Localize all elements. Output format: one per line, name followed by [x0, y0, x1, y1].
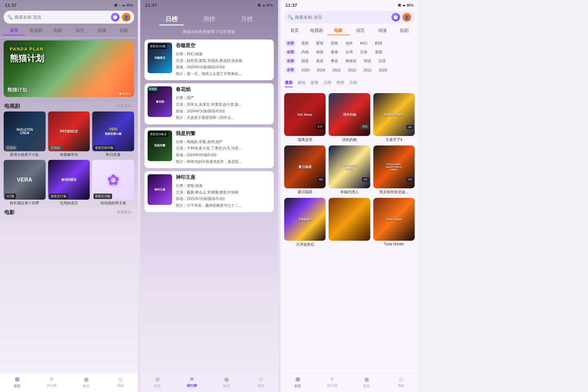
- nav-anime[interactable]: 动漫: [91, 27, 113, 35]
- r-bottom-home[interactable]: ⊕ 首页: [140, 375, 175, 388]
- m-bottom-home[interactable]: ⊕ 首页: [281, 375, 315, 388]
- show-name: 星球大战骨干小队: [4, 152, 46, 157]
- tab-daily[interactable]: 日榜: [159, 14, 184, 25]
- show-card-skeleton-crew[interactable]: SKELETONCREW 已完结 星球大战骨干小队: [4, 111, 46, 157]
- filter-year-2020[interactable]: 2020: [377, 67, 390, 73]
- bottom-nav-tree[interactable]: ◉ 树洞: [69, 375, 104, 388]
- nav-tv[interactable]: 电视剧: [25, 27, 47, 35]
- filter-region-tw[interactable]: 台湾: [343, 49, 355, 56]
- filter-year-all[interactable]: 全部: [284, 66, 296, 74]
- filter-region-us[interactable]: 美国: [372, 49, 385, 56]
- tv-section-more[interactable]: 查看更多 ›: [117, 104, 134, 109]
- filter-lang-korean[interactable]: 韩语: [361, 58, 374, 65]
- bottom-nav-home[interactable]: ⊕ 首页: [0, 375, 35, 388]
- r-bottom-tree[interactable]: ◉ 树洞: [209, 375, 244, 388]
- filter-section: 全部 喜剧 爱情 恐怖 动作 科幻 剧情 全部 内地 韩国 香港 台湾 日本 美…: [281, 38, 418, 77]
- hero-banner[interactable]: PANDA PLAN 熊猫计划 熊猫计划: [4, 40, 134, 97]
- filter-genre-action[interactable]: 动作: [343, 40, 355, 47]
- filter-genre-scifi[interactable]: 科幻: [358, 40, 370, 47]
- filter-region-japan[interactable]: 日本: [358, 49, 370, 56]
- m-nav-tv[interactable]: 电视剧: [306, 27, 328, 35]
- m-signal: ☁: [402, 3, 405, 7]
- nav-home[interactable]: 首页: [3, 27, 25, 35]
- history-icon[interactable]: 🕐: [111, 13, 119, 21]
- r-bottom-profile[interactable]: ☺ 我的: [244, 375, 278, 388]
- r-bottom-ranking[interactable]: ≡ 排行榜: [175, 375, 209, 388]
- filter-region-hk[interactable]: 香港: [328, 49, 341, 56]
- sort-hottest[interactable]: 最热: [298, 80, 306, 87]
- filter-genre-horror[interactable]: 恐怖: [328, 40, 341, 47]
- filter-region-korea[interactable]: 韩国: [314, 49, 326, 56]
- r-signal: ☁: [262, 3, 265, 7]
- movie-card-kevinhart[interactable]: KEVIN HARTMARK TWAINPRIZE HD 凯文哈特肯尼迪...: [373, 145, 415, 195]
- filter-genre-romance[interactable]: 爱情: [314, 40, 326, 47]
- nav-variety[interactable]: 综艺: [69, 27, 91, 35]
- ranking-meta-3: 分类：电视剧,罪案,剧情,国产 主演：于和伟,富大龙,丁勇岱,白凡,马苏... …: [176, 139, 271, 165]
- m-home-label: 首页: [294, 384, 301, 388]
- bottom-nav-profile[interactable]: ☺ 我的: [104, 375, 138, 388]
- ranking-item-1[interactable]: 吞噬星空 更新至152集 吞噬星空 分类：科幻,动漫 主演：赵乾景,谢莹,宋国庆…: [145, 40, 274, 80]
- badge-vera: 全2集: [5, 194, 16, 199]
- filter-lang-cantonese[interactable]: 粤语: [328, 58, 341, 65]
- filter-lang-japanese[interactable]: 日语: [376, 58, 388, 65]
- m-bottom-ranking[interactable]: ≡ 排行榜: [315, 375, 350, 388]
- movie-card-8[interactable]: [329, 198, 370, 247]
- m-bottom-profile[interactable]: ☺ 我的: [384, 375, 419, 388]
- movie-card-happiness[interactable]: HAPPINESSAgent HD 幸福代理人: [329, 145, 370, 195]
- m-nav-short[interactable]: 短剧: [393, 27, 415, 35]
- profile-icon[interactable]: 👤: [122, 13, 130, 21]
- movie-history-icon[interactable]: 🕐: [391, 13, 400, 21]
- ranking-subtitle: 根据当前热度整理 不定时更新: [140, 29, 278, 35]
- badge-completed: 已完结: [5, 145, 17, 151]
- m-bottom-tree[interactable]: ◉ 树洞: [349, 375, 384, 388]
- movie-card-daize[interactable]: 大泽追鱼记 大泽追鱼记: [284, 198, 326, 247]
- filter-lang-mandarin[interactable]: 国语: [299, 58, 311, 65]
- nav-movie[interactable]: 电影: [47, 27, 69, 35]
- filter-year-2024[interactable]: 2024: [315, 67, 328, 73]
- ranking-status-bar: 11:37 ▣ ☁ 95%: [140, 0, 278, 9]
- movie-card-tuna[interactable]: Tuna Hunter Tuna Hunter: [373, 198, 415, 247]
- filter-year-2023[interactable]: 2023: [330, 67, 343, 73]
- movie-section-more[interactable]: 查看更多 ›: [117, 210, 134, 215]
- nav-short[interactable]: 短剧: [113, 27, 135, 35]
- movie-card-xiaoshi[interactable]: 消失的她 完结 消失的她: [329, 93, 370, 142]
- show-card-zuori[interactable]: YES!更新至第03集 更新至第03集 昨日良妻: [92, 111, 134, 157]
- movie-card-getaway[interactable]: Get Away 正片 逃离这里: [284, 93, 326, 142]
- sort-newest[interactable]: 最新: [285, 80, 293, 87]
- m-nav-movie[interactable]: 电影: [327, 27, 349, 35]
- movie-card-kingdom4[interactable]: KINGDOM 4 HD 王者天下4: [373, 93, 415, 142]
- filter-genre-comedy[interactable]: 喜剧: [299, 40, 311, 47]
- show-card-vera[interactable]: VERA 全2集 探长薇拉第十四季: [4, 160, 46, 206]
- movie-card-summer[interactable]: 夏日福星 HD 夏日福星: [284, 145, 326, 195]
- sort-best[interactable]: 最赞: [311, 80, 318, 87]
- movie-profile-icon[interactable]: 👤: [402, 13, 411, 21]
- sort-monthly[interactable]: 月榜: [349, 80, 357, 87]
- tab-monthly[interactable]: 月榜: [235, 14, 259, 25]
- show-card-wuyong[interactable]: 無用的謊言 更新至17集 无用的谎言: [48, 160, 90, 206]
- filter-region-mainland[interactable]: 内地: [299, 49, 311, 56]
- m-nav-home[interactable]: 首页: [284, 27, 306, 35]
- filter-genre-all[interactable]: 全部: [284, 40, 296, 47]
- tab-weekly[interactable]: 周榜: [197, 14, 221, 25]
- filter-lang-hokkien[interactable]: 闽南语: [343, 58, 359, 65]
- m-nav-anime[interactable]: 动漫: [371, 27, 394, 35]
- bottom-nav-ranking[interactable]: ≡ 排行榜: [35, 375, 69, 388]
- sort-daily[interactable]: 日榜: [323, 80, 331, 87]
- filter-lang-all[interactable]: 全部: [284, 58, 296, 65]
- search-input[interactable]: [14, 15, 109, 20]
- ranking-item-4[interactable]: 神印王座 神印王座 分类：冒险,动漫 主演：藤新,阁么么,常蓉珊,瞳音,叶知秋 …: [145, 171, 274, 212]
- ranking-item-2[interactable]: 春花焰 32集 星视频 春花焰 分类：国产 主演：刘学义,吴谨言,毕雯珺,赵小棠…: [145, 83, 274, 124]
- filter-genre-drama[interactable]: 剧情: [372, 40, 385, 47]
- sort-weekly[interactable]: 周榜: [336, 80, 344, 87]
- movie-badge-5: HD: [362, 177, 369, 182]
- filter-year-2025[interactable]: 2025: [299, 67, 312, 73]
- show-card-patience[interactable]: PATIENCE 已完结 奇探佩辛丝: [48, 111, 90, 157]
- ranking-item-3[interactable]: 我是刑警 更新至58集全 我是刑警 分类：电视剧,罪案,剧情,国产 主演：于和伟…: [145, 127, 274, 168]
- show-card-biedong[interactable]: ✿ 更新至15集 别动我的男主角: [92, 160, 134, 206]
- filter-region-all[interactable]: 全部: [284, 49, 296, 56]
- movie-search-input[interactable]: [295, 15, 390, 20]
- m-nav-variety[interactable]: 综艺: [349, 27, 371, 35]
- filter-year-2021[interactable]: 2021: [361, 67, 374, 73]
- filter-year-2022[interactable]: 2022: [345, 67, 359, 73]
- filter-lang-english[interactable]: 英语: [314, 58, 326, 65]
